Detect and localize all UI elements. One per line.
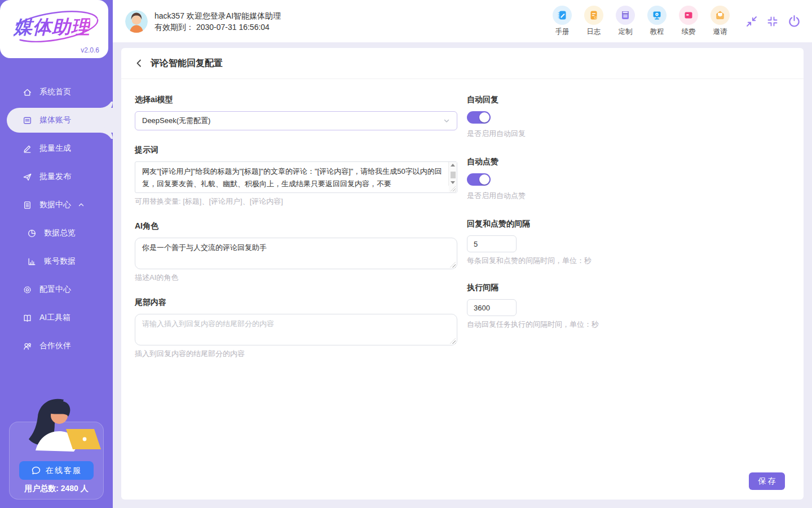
sidebar-item-label: 系统首页 [39,87,71,97]
prompt-label: 提示词 [135,145,457,155]
online-service-label: 在线客服 [46,466,82,476]
auto-like-helper: 是否启用自动点赞 [467,191,599,201]
save-button[interactable]: 保存 [749,472,785,490]
invite-icon [710,6,730,25]
top-header: hack357 欢迎您登录AI智能媒体助理 有效期到： 2030-07-31 1… [113,0,812,42]
action-label: 手册 [555,27,570,37]
ai-model-select[interactable]: DeepSeek(无需配置) [135,111,457,130]
action-label: 教程 [650,27,664,37]
tail-content-helper: 插入到回复内容的结尾部分的内容 [135,349,457,359]
user-avatar[interactable] [125,10,148,33]
tail-content-label: 尾部内容 [135,297,457,308]
welcome-line1: hack357 欢迎您登录AI智能媒体助理 [155,10,281,21]
action-custom[interactable]: 定制 [616,6,635,37]
home-icon [23,87,32,97]
online-service-button[interactable]: 在线客服 [19,461,94,480]
sidebar-item-media-accounts[interactable]: 媒体账号 [7,108,113,133]
action-renew[interactable]: 续费 [679,6,698,37]
sidebar-item-label: 批量发布 [39,172,71,182]
ai-role-field: AI角色 你是一个善于与人交流的评论回复助手 描述AI的角色 [135,221,457,283]
chat-bubble-icon [31,466,41,476]
back-button[interactable] [135,59,144,68]
action-label: 日志 [587,27,601,37]
card-title-row: 评论智能回复配置 [121,48,804,79]
auto-reply-helper: 是否启用自动回复 [467,129,599,139]
service-panel: 在线客服 用户总数: 2480 人 [9,422,104,500]
partner-icon [23,341,32,351]
auto-like-field: 自动点赞 是否启用自动点赞 [467,157,599,201]
app-version: v2.0.6 [81,46,99,54]
prompt-textarea[interactable]: 网友"[评论用户]"给我的标题为"[标题]"的文章的评论："[评论内容]"，请给… [135,161,457,193]
app-logo: 媒体助理 [8,9,100,44]
prompt-helper: 可用替换变量: [标题]、[评论用户]、[评论内容] [135,196,457,207]
sidebar-item-label: 数据总览 [44,228,76,238]
pie-chart-icon [27,229,37,238]
action-label: 续费 [682,27,696,37]
scroll-up-arrow[interactable] [451,164,455,167]
action-label: 定制 [619,27,633,37]
sidebar: 媒体助理 v2.0.6 系统首页 媒体账号 批量生成 [0,0,113,508]
form-right-column: 自动回复 是否启用自动回复 自动点赞 是否启用自动点赞 回复和点赞的间隔 [467,95,599,374]
tutorial-icon [647,6,667,25]
auto-reply-field: 自动回复 是否启用自动回复 [467,95,599,139]
sidebar-item-label: 批量生成 [39,143,71,154]
textarea-scrollbar[interactable] [448,162,457,186]
exit-fullscreen-icon[interactable] [766,15,779,28]
sidebar-item-ai-toolbox[interactable]: AI工具箱 [0,305,113,330]
reply-like-interval-field: 回复和点赞的间隔 每条回复和点赞的间隔时间，单位：秒 [467,219,599,266]
media-account-icon [23,116,32,125]
auto-reply-toggle[interactable] [467,111,491,124]
app-window: 媒体助理 v2.0.6 系统首页 媒体账号 批量生成 [0,0,812,508]
edit-pencil-icon [23,144,32,154]
exec-interval-label: 执行间隔 [467,283,599,293]
sidebar-item-config-center[interactable]: 配置中心 [0,277,113,302]
content-area: 评论智能回复配置 选择ai模型 DeepSeek(无需配置) [113,42,812,508]
scroll-thumb[interactable] [451,172,456,178]
sidebar-item-label: 数据中心 [39,200,71,210]
ai-role-textarea-wrap: 你是一个善于与人交流的评论回复助手 [135,238,457,269]
prompt-field: 提示词 网友"[评论用户]"给我的标题为"[标题]"的文章的评论："[评论内容]… [135,145,457,207]
sidebar-item-data-overview[interactable]: 数据总览 [0,221,113,246]
ai-role-textarea[interactable]: 你是一个善于与人交流的评论回复助手 [135,238,457,269]
action-manual[interactable]: 手册 [553,6,572,37]
prompt-textarea-wrap: 网友"[评论用户]"给我的标题为"[标题]"的文章的评论："[评论内容]"，请给… [135,161,457,193]
sidebar-item-label: 合作伙伴 [39,341,71,351]
main-area: hack357 欢迎您登录AI智能媒体助理 有效期到： 2030-07-31 1… [113,0,812,508]
customer-service-illustration [16,396,101,452]
exec-interval-input[interactable] [467,299,517,316]
sidebar-item-account-data[interactable]: 账号数据 [0,249,113,274]
header-quick-actions: 手册 日志 定制 教程 [553,6,730,37]
reply-like-interval-helper: 每条回复和点赞的间隔时间，单位：秒 [467,256,599,266]
log-icon [584,6,603,25]
logo-box: 媒体助理 v2.0.6 [0,0,108,58]
action-tutorial[interactable]: 教程 [647,6,667,37]
sidebar-item-batch-publish[interactable]: 批量发布 [0,164,113,189]
sidebar-item-partners[interactable]: 合作伙伴 [0,334,113,358]
logo-text: 媒体助理 [14,15,90,40]
tail-content-textarea[interactable] [135,314,457,345]
auto-like-toggle[interactable] [467,173,491,186]
power-icon[interactable] [787,14,801,28]
resize-grip-icon[interactable] [449,186,457,192]
send-icon [23,172,32,182]
action-invite[interactable]: 邀请 [710,6,730,37]
form-left-column: 选择ai模型 DeepSeek(无需配置) 提示词 网友"[评论用户]"给我的标… [135,95,457,374]
user-total-count: 用户总数: 2480 人 [10,484,103,494]
exec-interval-helper: 自动回复任务执行的间隔时间，单位：秒 [467,319,599,330]
sidebar-item-batch-generate[interactable]: 批量生成 [0,136,113,161]
manual-icon [553,6,572,25]
reply-like-interval-input[interactable] [467,235,517,252]
sidebar-item-label: AI工具箱 [39,313,70,323]
exec-interval-field: 执行间隔 自动回复任务执行的间隔时间，单位：秒 [467,283,599,330]
sidebar-item-system-home[interactable]: 系统首页 [0,80,113,104]
sidebar-item-data-center[interactable]: 数据中心 [0,192,113,217]
action-label: 邀请 [713,27,727,37]
tail-textarea-wrap [135,314,457,345]
welcome-text: hack357 欢迎您登录AI智能媒体助理 有效期到： 2030-07-31 1… [155,10,281,33]
compress-arrows-icon[interactable] [745,15,758,28]
action-log[interactable]: 日志 [584,6,603,37]
config-form: 选择ai模型 DeepSeek(无需配置) 提示词 网友"[评论用户]"给我的标… [121,79,804,374]
chevron-down-icon [443,117,450,124]
ai-model-value: DeepSeek(无需配置) [142,116,210,126]
scroll-down-arrow[interactable] [451,181,455,184]
